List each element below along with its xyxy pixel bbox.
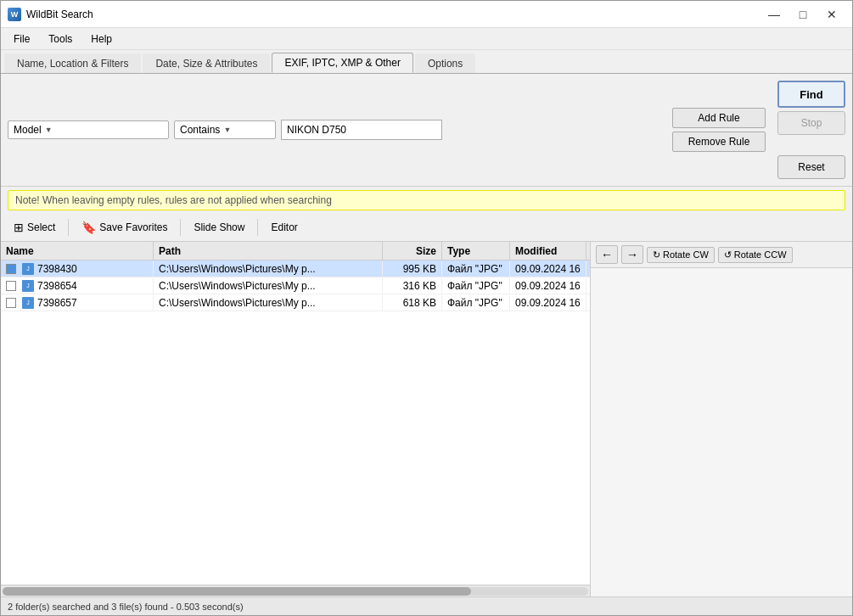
cell-type-2: Файл "JPG" [442, 295, 510, 311]
prev-image-button[interactable]: ← [596, 245, 618, 264]
cell-path-0: C:\Users\Windows\Pictures\My p... [154, 261, 383, 277]
slideshow-button[interactable]: Slide Show [186, 218, 252, 237]
search-value-input[interactable] [281, 120, 442, 140]
field-dropdown-arrow: ▼ [45, 126, 53, 134]
title-controls: — □ ✕ [760, 4, 845, 25]
row-checkbox-0[interactable] [6, 264, 16, 274]
app-icon: W [8, 8, 21, 21]
main-window: W WildBit Search — □ ✕ File Tools Help N… [0, 0, 853, 616]
menu-tools[interactable]: Tools [39, 31, 81, 48]
cell-size-1: 316 KB [383, 278, 442, 294]
horizontal-scrollbar[interactable] [1, 585, 590, 596]
tab-exif[interactable]: EXIF, IPTC, XMP & Other [272, 53, 412, 73]
app-title: WildBit Search [26, 8, 93, 20]
toolbar-separator-3 [257, 219, 258, 236]
editor-button[interactable]: Editor [263, 218, 305, 237]
cell-size-2: 618 KB [383, 295, 442, 311]
table-row[interactable]: J 7398654 C:\Users\Windows\Pictures\My p… [1, 277, 590, 294]
menu-help[interactable]: Help [81, 31, 121, 48]
menu-file[interactable]: File [4, 31, 39, 48]
next-image-button[interactable]: → [621, 245, 643, 264]
file-icon-2: J [22, 297, 34, 309]
search-left: Model ▼ Contains ▼ Add Rule Remove Rule [8, 108, 766, 152]
cell-modified-0: 09.09.2024 16 [510, 261, 586, 277]
tab-options[interactable]: Options [415, 53, 475, 73]
rotate-cw-icon: ↻ [653, 249, 660, 260]
row-checkbox-1[interactable] [6, 281, 16, 291]
title-left: W WildBit Search [8, 8, 93, 21]
save-favorites-button[interactable]: 🔖 Save Favorites [74, 217, 175, 238]
cell-type-1: Файл "JPG" [442, 278, 510, 294]
col-header-modified[interactable]: Modified [510, 242, 586, 260]
cell-path-2: C:\Users\Windows\Pictures\My p... [154, 295, 383, 311]
content-area: Name Path Size Type Modified [1, 242, 852, 596]
maximize-button[interactable]: □ [789, 4, 817, 25]
preview-toolbar: ← → ↻ Rotate CW ↺ Rotate CCW [591, 242, 852, 268]
toolbar-separator-2 [180, 219, 181, 236]
condition-dropdown-arrow: ▼ [223, 126, 231, 134]
row-checkbox-2[interactable] [6, 298, 16, 308]
cell-name-2: J 7398657 [1, 295, 154, 311]
close-button[interactable]: ✕ [818, 4, 845, 25]
rotate-cw-button[interactable]: ↻ Rotate CW [647, 247, 715, 263]
col-header-name[interactable]: Name [1, 242, 154, 260]
rotate-ccw-label: Rotate CCW [734, 249, 787, 260]
table-row[interactable]: J 7398657 C:\Users\Windows\Pictures\My p… [1, 294, 590, 311]
table-row[interactable]: J 7398430 C:\Users\Windows\Pictures\My p… [1, 260, 590, 277]
col-header-type[interactable]: Type [442, 242, 510, 260]
remove-rule-button[interactable]: Remove Rule [672, 132, 766, 152]
reset-button[interactable]: Reset [777, 155, 845, 179]
tab-name-location[interactable]: Name, Location & Filters [4, 53, 141, 73]
preview-panel: ← → ↻ Rotate CW ↺ Rotate CCW [591, 242, 852, 596]
status-bar: 2 folder(s) searched and 3 file(s) found… [1, 596, 852, 615]
rotate-cw-label: Rotate CW [663, 249, 709, 260]
condition-label: Contains [180, 124, 220, 136]
col-header-path[interactable]: Path [154, 242, 383, 260]
cell-size-0: 995 KB [383, 261, 442, 277]
col-header-size[interactable]: Size [383, 242, 442, 260]
field-label: Model [14, 124, 42, 136]
select-label: Select [27, 221, 55, 233]
cell-modified-1: 09.09.2024 16 [510, 278, 586, 294]
prev-arrow-icon: ← [601, 248, 613, 261]
rotate-ccw-button[interactable]: ↺ Rotate CCW [718, 247, 793, 263]
action-panel: Find Stop Reset [771, 81, 845, 179]
rotate-ccw-icon: ↺ [724, 249, 732, 260]
select-icon: ⊞ [14, 221, 24, 234]
tabs-bar: Name, Location & Filters Date, Size & At… [1, 50, 852, 74]
editor-label: Editor [271, 221, 297, 233]
cell-modified-2: 09.09.2024 16 [510, 295, 586, 311]
notice-text: Note! When leaving empty rules, rules ar… [15, 194, 332, 206]
file-icon-1: J [22, 280, 34, 292]
add-rule-button[interactable]: Add Rule [672, 108, 766, 128]
cell-name-1: J 7398654 [1, 278, 154, 294]
cell-path-1: C:\Users\Windows\Pictures\My p... [154, 278, 383, 294]
status-text: 2 folder(s) searched and 3 file(s) found… [8, 602, 244, 612]
select-button[interactable]: ⊞ Select [6, 217, 63, 238]
file-list-panel: Name Path Size Type Modified [1, 242, 591, 596]
save-favorites-icon: 🔖 [81, 221, 96, 234]
field-dropdown[interactable]: Model ▼ [8, 120, 169, 139]
find-button[interactable]: Find [777, 81, 845, 108]
rule-buttons: Add Rule Remove Rule [672, 108, 766, 152]
toolbar-separator-1 [68, 219, 69, 236]
title-bar: W WildBit Search — □ ✕ [1, 1, 852, 28]
tab-date-size[interactable]: Date, Size & Attributes [143, 53, 270, 73]
cell-name-0: J 7398430 [1, 261, 154, 277]
scrollbar-thumb[interactable] [3, 587, 471, 596]
next-arrow-icon: → [626, 248, 638, 261]
table-body: J 7398430 C:\Users\Windows\Pictures\My p… [1, 260, 590, 585]
table-header: Name Path Size Type Modified [1, 242, 590, 260]
save-favorites-label: Save Favorites [99, 221, 167, 233]
minimize-button[interactable]: — [760, 4, 788, 25]
menu-bar: File Tools Help [1, 28, 852, 50]
scrollbar-track [3, 587, 588, 596]
notice-bar: Note! When leaving empty rules, rules ar… [8, 190, 845, 210]
cell-type-0: Файл "JPG" [442, 261, 510, 277]
search-area: Model ▼ Contains ▼ Add Rule Remove Rule … [1, 74, 852, 187]
condition-dropdown[interactable]: Contains ▼ [174, 120, 276, 139]
file-icon-0: J [22, 263, 34, 275]
stop-button[interactable]: Stop [777, 111, 845, 135]
results-toolbar: ⊞ Select 🔖 Save Favorites Slide Show Edi… [1, 214, 852, 242]
preview-image-area [591, 268, 852, 596]
